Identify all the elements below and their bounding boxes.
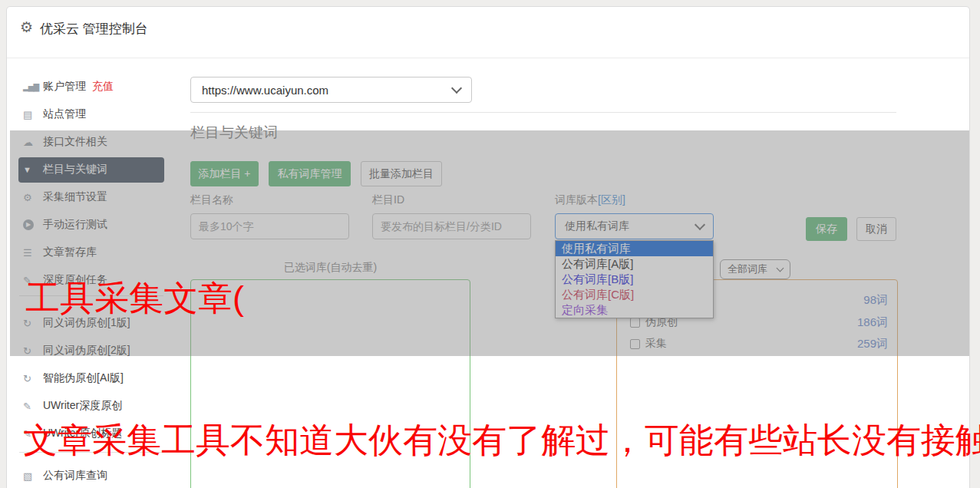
gear-icon: ⚙ <box>20 18 33 36</box>
dim-overlay <box>10 130 969 356</box>
page-title: 优采云 管理控制台 <box>40 20 148 38</box>
annotation-line-1: 工具采集文章( <box>25 279 244 318</box>
recharge-badge[interactable]: 充值 <box>92 80 114 94</box>
chevron-down-icon <box>451 83 462 94</box>
sidebar-item-ai-rewrite[interactable]: ↻ 智能伪原创[AI版] <box>23 369 177 387</box>
sidebar-item-account[interactable]: ▂▅▇ 账户管理 充值 <box>23 77 177 96</box>
sidebar-item-sites[interactable]: ▤ 站点管理 <box>23 105 177 124</box>
sidebar-item-uwriter-deep[interactable]: ✎ UWriter深度原创 <box>23 397 177 415</box>
site-url-value: https://www.ucaiyun.com <box>202 84 328 97</box>
bar-chart-icon: ▂▅▇ <box>23 83 43 91</box>
sidebar-item-label: 站点管理 <box>43 107 86 121</box>
refresh-icon: ↻ <box>23 373 43 384</box>
sidebar-item-label: 智能伪原创[AI版] <box>43 371 124 385</box>
servers-icon: ▤ <box>23 109 43 120</box>
book-icon: ▧ <box>23 470 43 482</box>
sidebar-item-label: UWriter深度原创 <box>43 399 122 413</box>
site-url-select[interactable]: https://www.ucaiyun.com <box>190 77 472 103</box>
pencil-icon: ✎ <box>23 401 43 412</box>
sidebar-item-label: 账户管理 <box>43 80 86 94</box>
header-divider <box>7 58 969 58</box>
sidebar-item-public-thesaurus-query[interactable]: ▧ 公有词库查询 <box>23 467 177 485</box>
annotation-line-2: 文章采集工具不知道大伙有没有了解过，可能有些站长没有接触 <box>23 421 980 460</box>
sidebar-item-label: 公有词库查询 <box>43 469 107 483</box>
content-divider <box>190 112 896 113</box>
